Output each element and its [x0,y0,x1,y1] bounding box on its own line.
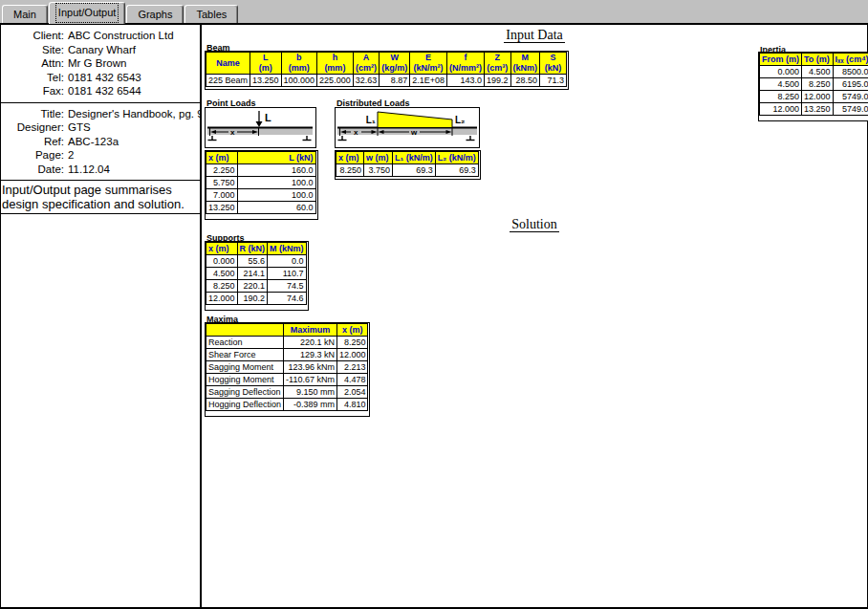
field-value: Canary Wharf [68,43,136,57]
table-row: 12.000190.274.6 [206,293,307,305]
col-header: S(kN) [540,53,567,75]
info-row: Date:11.12.04 [3,163,198,177]
cell: 2.250 [206,164,238,177]
col-header: R (kN) [237,243,268,255]
point-loads-table-frame: x (m) L (kN) 2.250160.0 5.750100.0 7.000… [205,150,318,220]
col-header: From (m) [760,54,802,66]
cell: 5749.0 [833,91,868,103]
col-header: x (m) [206,243,238,255]
distributed-loads-table-frame: x (m) w (m) L₁ (kN/m) L₂ (kN/m) 8.250 3.… [335,150,481,180]
support-icon [303,136,312,141]
table-row: Sagging Deflection9.150 mm2.054 [206,386,368,399]
cell: 55.6 [237,255,268,268]
tab-main[interactable]: Main [2,5,48,23]
cell: Hogging Moment [206,374,284,386]
cell: 28.50 [510,75,540,87]
cell: 12.000 [206,293,238,305]
document-section: Title:Designer's Handbook, pg. 97 Design… [1,103,200,182]
support-icon [338,136,347,141]
cell: 110.7 [268,268,307,280]
cell: 74.6 [268,293,307,305]
load-right-label: L₂ [455,115,466,125]
support-icon [208,136,217,141]
cell: 32.63 [353,75,380,87]
maxima-table-frame: Maximum x (m) Reaction220.1 kN8.250 Shea… [205,322,370,417]
cell: 225 Beam [206,75,250,87]
cell: 2.054 [336,386,368,399]
col-header: Z(cm³) [484,53,510,75]
description-line: Input/Output page summarises [2,183,199,197]
field-label: Designer: [3,120,64,135]
maxima-table: Maximum x (m) Reaction220.1 kN8.250 Shea… [206,323,368,411]
col-header: x (m) [336,324,368,337]
page-description: Input/Output page summarises design spec… [1,181,200,214]
cell: Shear Force [206,349,284,361]
table-row: 8.25012.0005749.0 [760,91,868,103]
col-header: x (m) [206,152,238,164]
cell: Reaction [206,337,284,349]
cell: 0.000 [206,255,238,268]
cell: 8.250 [760,91,802,103]
cell: 0.0 [268,255,307,268]
project-info-panel: Client:ABC Construction Ltd Site:Canary … [1,25,202,607]
cell: 2.213 [336,361,368,374]
info-row: Ref:ABC-123a [3,135,198,149]
beam-table-frame: Name L(m) b(mm) h(mm) A(cm²) W(kg/m) E(k… [205,51,569,90]
info-row: Tel:0181 432 6543 [3,71,198,85]
tab-label: Main [11,6,39,24]
table-header-row: x (m) R (kN) M (kNm) [206,243,307,255]
table-header-row: From (m) To (m) Iₓₓ (cm⁴) [760,54,868,66]
inertia-table-frame: From (m) To (m) Iₓₓ (cm⁴) 0.0004.5008500… [758,52,868,121]
col-header: W(kg/m) [380,53,410,75]
dim-w-label: w [410,128,418,137]
cell: 8500.0 [833,66,868,78]
info-row: Site:Canary Wharf [3,43,198,57]
field-value: GTS [68,120,91,135]
col-header: f(N/mm²) [446,53,484,75]
table-header-row: x (m) L (kN) [206,152,316,164]
description-line: design specification and solution. [2,197,199,211]
cell: 0.000 [760,66,802,78]
col-header: h(mm) [317,53,354,75]
table-row: 0.00055.60.0 [206,255,307,268]
field-label: Client: [3,29,64,43]
table-row: 8.250 3.750 69.3 69.3 [336,164,479,177]
point-loads-table: x (m) L (kN) 2.250160.0 5.750100.0 7.000… [206,151,316,214]
field-value: ABC Construction Ltd [68,29,174,43]
col-header: b(mm) [281,53,317,75]
contact-section: Client:ABC Construction Ltd Site:Canary … [1,25,200,103]
load-trapezoid [378,112,452,128]
dim-x-label: x [354,128,358,137]
tab-input-output[interactable]: Input/Output [49,2,126,24]
cell: 129.3 kN [284,349,337,361]
table-row: Sagging Moment123.96 kNm2.213 [206,361,368,374]
field-value: Mr G Brown [68,56,126,71]
cell: 13.250 [250,75,282,87]
cell: 5749.0 [833,103,868,116]
tab-graphs[interactable]: Graphs [126,5,184,23]
tab-tables[interactable]: Tables [184,5,238,23]
cell: 225.000 [317,75,354,87]
field-label: Date: [3,163,64,177]
col-header: L (kN) [237,152,315,164]
cell: 69.3 [435,164,478,177]
table-row: 13.25060.0 [206,202,316,214]
table-row: 12.00013.2505749.0 [760,103,868,116]
cell: 6195.0 [833,78,868,91]
cell: 4.810 [336,399,368,411]
table-row: 2.250160.0 [206,164,316,177]
table-row: Reaction220.1 kN8.250 [206,337,368,349]
cell: 8.250 [206,280,238,293]
info-row: Attn:Mr G Brown [3,56,198,71]
point-load-arrow-icon [256,111,263,127]
dim-x-label: x [230,128,235,137]
tab-label: Tables [193,6,229,24]
support-icon [467,136,475,141]
cell: 160.0 [237,164,315,177]
table-row: Shear Force129.3 kN12.000 [206,349,368,361]
col-header: L(m) [250,53,282,75]
tab-label: Graphs [135,6,175,24]
cell: 143.0 [446,75,484,87]
distributed-loads-table: x (m) w (m) L₁ (kN/m) L₂ (kN/m) 8.250 3.… [336,151,479,177]
table-row: 4.5008.2506195.0 [760,78,868,91]
